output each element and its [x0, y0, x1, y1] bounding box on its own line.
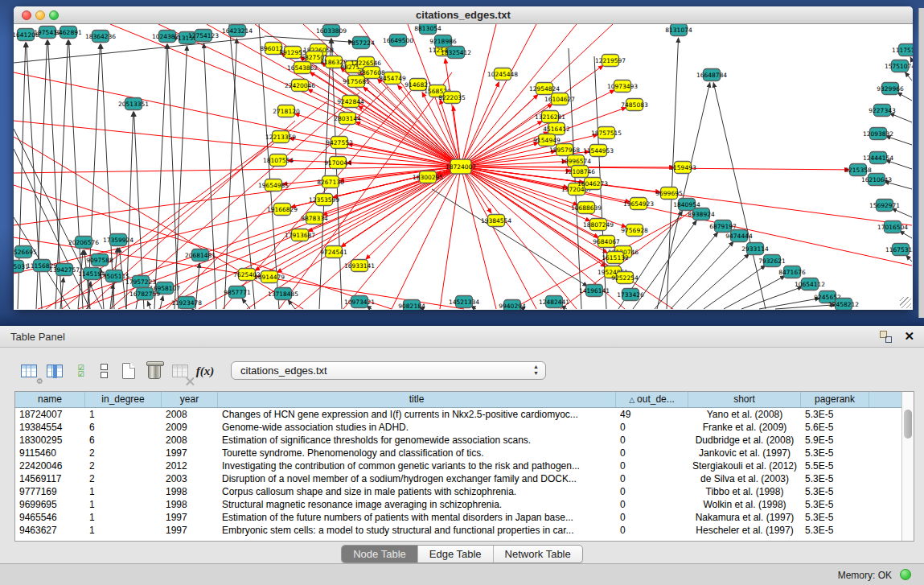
yellow-node[interactable]: 9724541 — [320, 246, 347, 258]
yellow-node[interactable]: 8222035 — [438, 92, 466, 104]
teal-node[interactable]: 12458212 — [828, 299, 859, 311]
column-header-pagerank[interactable]: pagerank — [801, 392, 869, 407]
yellow-node[interactable]: 9170044 — [324, 157, 351, 169]
teal-node[interactable]: 8215358 — [844, 164, 872, 176]
yellow-node[interactable]: 12219597 — [595, 55, 626, 67]
minimize-traffic-light-icon[interactable] — [35, 10, 45, 20]
delete-attribute-icon[interactable] — [143, 360, 166, 382]
yellow-node[interactable]: 7485083 — [621, 99, 648, 111]
yellow-node[interactable]: 1615132 — [602, 252, 629, 264]
teal-node[interactable]: 17359924 — [103, 234, 133, 246]
yellow-node[interactable]: 19384554 — [481, 215, 511, 227]
teal-node[interactable]: 9474444 — [725, 230, 753, 242]
yellow-node[interactable]: 22420046 — [285, 80, 315, 92]
yellow-node[interactable]: 18757515 — [591, 127, 622, 139]
column-header-name[interactable]: name — [15, 392, 85, 407]
yellow-node[interactable]: 4516412 — [543, 123, 570, 135]
new-attribute-icon[interactable] — [117, 360, 140, 382]
teal-node[interactable]: 8938924 — [688, 208, 715, 220]
teal-node[interactable]: 7857224 — [347, 37, 375, 49]
teal-node[interactable]: 9082184 — [398, 300, 425, 311]
teal-node[interactable]: 2526695 — [14, 246, 37, 258]
table-row[interactable]: 969969511998Structural magnetic resonanc… — [15, 498, 914, 511]
zoom-traffic-light-icon[interactable] — [49, 10, 59, 20]
teal-node[interactable]: 16649500 — [383, 35, 413, 47]
yellow-node[interactable]: 9252254 — [611, 272, 639, 284]
yellow-node[interactable]: 9684067 — [593, 236, 620, 248]
table-row[interactable]: 1872400712008Changes of HCN gene express… — [15, 408, 914, 421]
teal-node[interactable]: 11923478 — [171, 297, 202, 309]
teal-node[interactable]: 13718485 — [268, 288, 298, 300]
teal-node[interactable]: 15692971 — [869, 200, 900, 212]
show-columns-icon[interactable] — [43, 360, 66, 382]
yellow-node[interactable]: 2718120 — [273, 105, 300, 117]
desktop-scrollbar[interactable] — [918, 8, 924, 318]
teal-node[interactable]: 9857771 — [224, 286, 251, 299]
column-header-year[interactable]: year — [162, 392, 218, 407]
teal-node[interactable]: 18364236 — [85, 31, 116, 43]
yellow-node[interactable]: 17913687 — [285, 229, 315, 241]
table-row[interactable]: 2242004622012Investigating the contribut… — [15, 459, 914, 472]
network-window[interactable]: citations_edges.txt 18724007896012389129… — [14, 6, 913, 310]
teal-node[interactable]: 16033809 — [316, 25, 347, 37]
tab-node-table[interactable]: Node Table — [342, 546, 418, 562]
yellow-node[interactable]: 18107554 — [263, 154, 294, 167]
teal-node[interactable]: 2933114 — [741, 243, 769, 255]
network-canvas[interactable]: 1872400789601238912955182260589827503818… — [14, 24, 913, 310]
teal-node[interactable]: 12093832 — [863, 128, 893, 140]
teal-node[interactable]: 9218986 — [429, 35, 457, 47]
yellow-node[interactable]: 12108746 — [565, 166, 595, 178]
teal-node[interactable]: 16782759 — [129, 288, 160, 300]
table-row[interactable]: 1830029562008Estimation of significance … — [15, 434, 914, 447]
delete-table-icon[interactable]: ❌ — [169, 360, 191, 382]
table-row[interactable]: 946554611997Estimation of the future num… — [15, 511, 914, 524]
teal-node[interactable]: 9462891 — [55, 27, 82, 39]
table-row[interactable]: 977716911998Corpus callosum shape and si… — [15, 485, 914, 498]
table-vertical-scrollbar[interactable] — [901, 392, 914, 541]
yellow-node[interactable]: 13216281 — [535, 111, 565, 123]
column-settings-icon[interactable]: ⚙ — [18, 360, 40, 382]
teal-node[interactable]: 10973421 — [344, 296, 375, 308]
teal-node[interactable]: 9329966 — [877, 83, 904, 95]
yellow-node[interactable]: 8454749 — [379, 72, 406, 84]
yellow-node[interactable]: 9427552 — [326, 137, 353, 149]
teal-node[interactable]: 8471676 — [778, 266, 806, 278]
yellow-node[interactable]: 9756928 — [621, 225, 648, 237]
table-row[interactable]: 911546021997Tourette syndrome. Phenomeno… — [15, 447, 914, 459]
column-header-short[interactable]: short — [688, 392, 801, 407]
table-row[interactable]: 946362711997Embryonic stem cells: a mode… — [15, 524, 914, 537]
teal-node[interactable]: 9097588 — [86, 254, 113, 266]
column-header-out_de[interactable]: △out_de... — [616, 392, 688, 407]
yellow-node[interactable]: 9175685 — [343, 76, 370, 88]
yellow-node[interactable]: 19166829 — [267, 204, 298, 216]
yellow-node[interactable]: 1159493 — [669, 162, 696, 174]
yellow-node[interactable]: 18957968 — [549, 144, 580, 156]
float-panel-icon[interactable] — [880, 331, 892, 343]
teal-node[interactable]: 8813054 — [414, 24, 441, 35]
yellow-node[interactable]: 9699695 — [655, 187, 683, 200]
teal-node[interactable]: 14521334 — [449, 296, 479, 308]
close-panel-icon[interactable]: ✕ — [904, 329, 914, 344]
close-traffic-light-icon[interactable] — [22, 10, 31, 20]
window-titlebar[interactable]: citations_edges.txt — [14, 6, 913, 24]
yellow-node[interactable]: 16933141 — [344, 260, 375, 272]
column-header-in_degree[interactable]: in_degree — [85, 392, 162, 407]
yellow-node[interactable]: 8267130 — [317, 176, 344, 188]
row-editor-icon[interactable] — [92, 360, 115, 382]
teal-node[interactable]: 14196141 — [579, 285, 610, 297]
teal-node[interactable]: 16648784 — [696, 69, 727, 81]
function-builder-icon[interactable]: f(x) — [194, 360, 216, 382]
yellow-node[interactable]: 8878334 — [301, 212, 328, 225]
teal-node[interactable]: 18325412 — [441, 47, 471, 59]
teal-node[interactable]: 20513351 — [118, 98, 149, 110]
teal-node[interactable]: 17016504 — [877, 221, 908, 233]
teal-node[interactable]: 11175124 — [892, 44, 913, 56]
window-resize-grip[interactable] — [900, 297, 911, 308]
teal-node[interactable]: 9940294 — [499, 300, 526, 311]
teal-node[interactable]: 11675312 — [885, 244, 913, 256]
tab-network-table[interactable]: Network Table — [494, 546, 582, 562]
yellow-node[interactable]: 18807249 — [583, 219, 614, 231]
teal-node[interactable]: 7932621 — [758, 255, 786, 267]
table-row[interactable]: 1456911722003Disruption of a novel membe… — [15, 472, 914, 485]
yellow-node[interactable]: 11544953 — [583, 145, 614, 157]
